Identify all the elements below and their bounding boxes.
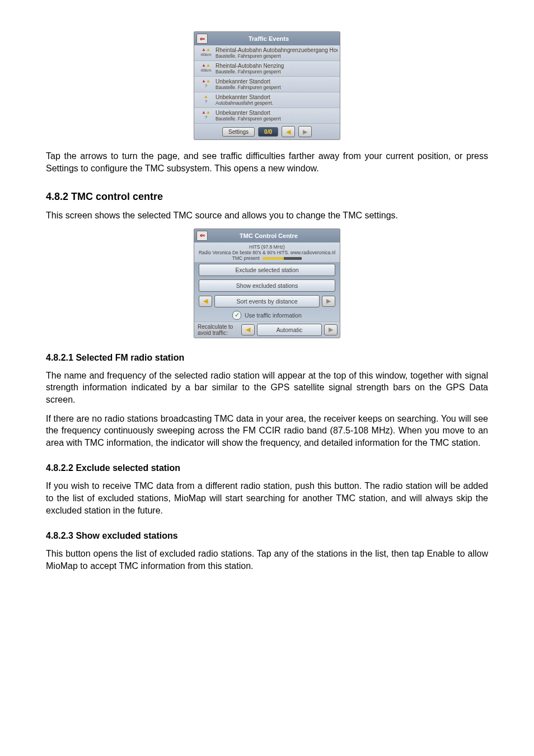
recalc-next-icon[interactable]: ▶ — [324, 324, 338, 335]
station-info: HITS (97.8 MHz) Radio Veronica De beste … — [194, 242, 340, 262]
sort-events-button[interactable]: Sort events by distance — [214, 295, 320, 307]
traffic-events-titlebar: ⇐ Traffic Events — [194, 32, 340, 45]
back-icon[interactable]: ⇐ — [196, 231, 208, 241]
button-row: Exclude selected station — [194, 262, 340, 278]
triangle-warning-icon: ▲ — [202, 110, 206, 115]
traffic-event-row[interactable]: ▲▲ 48km Rheintal-Autobahn Nenzing Bauste… — [194, 60, 340, 76]
event-subtitle: Baustelle. Fahrspuren gesperrt — [216, 116, 338, 122]
event-text: Rheintal-Autobahn Nenzing Baustelle. Fah… — [216, 63, 338, 74]
triangle-warning-icon: ▲ — [202, 48, 206, 52]
event-text: Unbekannter Standort Baustelle. Fahrspur… — [216, 78, 338, 90]
recalc-value-button[interactable]: Automatic — [257, 324, 322, 336]
triangle-warning-icon: ▲ — [202, 79, 206, 83]
sort-next-icon[interactable]: ▶ — [322, 296, 335, 307]
screenshot-traffic-events: ⇐ Traffic Events ▲▲ 46km Rheintal-Autoba… — [194, 31, 340, 140]
traffic-event-row[interactable]: ▲▲ ? Unbekannter Standort Baustelle. Fah… — [194, 108, 340, 123]
use-traffic-label: Use traffic information — [245, 312, 302, 319]
screenshot-tmc-control: ⇐ TMC Control Centre HITS (97.8 MHz) Rad… — [194, 228, 340, 338]
event-distance: 46km — [200, 52, 212, 57]
event-title: Rheintal-Autobahn Autobahngrenzuebergang… — [216, 47, 338, 53]
event-title: Unbekannter Standort — [216, 110, 338, 116]
paragraph: The name and frequency of the selected r… — [46, 370, 488, 406]
page-counter: 0/0 — [258, 127, 278, 137]
sort-prev-icon[interactable]: ◀ — [199, 296, 212, 307]
event-distance: ? — [205, 83, 207, 88]
tmc-present-row: TMC present — [196, 255, 338, 261]
signal-bar-icon — [263, 257, 302, 260]
traffic-event-row[interactable]: ▲▲ ? Unbekannter Standort Baustelle. Fah… — [194, 76, 340, 92]
event-title: Unbekannter Standort — [216, 94, 338, 100]
recalculate-row: Recalculate to avoid traffic: ◀ Automati… — [194, 321, 340, 338]
event-icons: ▲▲ 46km — [196, 47, 216, 57]
triangle-warning-icon: ▲ — [202, 63, 206, 68]
event-icons: ▲▲ ? — [196, 78, 216, 88]
screenshot-tmc-control-wrap: ⇐ TMC Control Centre HITS (97.8 MHz) Rad… — [46, 228, 488, 338]
show-excluded-button[interactable]: Show excluded stations — [199, 279, 335, 292]
sort-events-row: ◀ Sort events by distance ▶ — [194, 293, 340, 309]
prev-page-icon[interactable]: ◀ — [282, 126, 295, 137]
settings-button[interactable]: Settings — [222, 127, 255, 137]
station-freq: HITS (97.8 MHz) — [196, 244, 338, 250]
back-icon[interactable]: ⇐ — [196, 34, 208, 44]
use-traffic-row[interactable]: ✓ Use traffic information — [194, 309, 340, 321]
event-subtitle: Autobahnausfahrt gesperrt. — [216, 100, 338, 106]
event-icons: ▲▲ 48km — [196, 63, 216, 73]
event-title: Unbekannter Standort — [216, 78, 338, 85]
event-subtitle: Baustelle. Fahrspuren gesperrt — [216, 53, 338, 59]
tmc-titlebar: ⇐ TMC Control Centre — [194, 229, 340, 242]
next-page-icon[interactable]: ▶ — [298, 126, 312, 137]
event-icons: ▲ ? — [196, 94, 216, 104]
recalc-label: Recalculate to avoid traffic: — [196, 324, 241, 336]
traffic-events-footer: Settings 0/0 ◀ ▶ — [194, 123, 340, 139]
triangle-warning-icon: ▲ — [204, 95, 208, 99]
heading-4-8-2-1: 4.8.2.1 Selected FM radio station — [46, 353, 488, 363]
recalc-prev-icon[interactable]: ◀ — [241, 324, 255, 335]
event-text: Rheintal-Autobahn Autobahngrenzuebergang… — [216, 47, 338, 59]
triangle-warning-icon: ▲ — [206, 63, 210, 68]
paragraph: If you wish to receive TMC data from a d… — [46, 480, 488, 516]
event-distance: ? — [205, 115, 207, 120]
event-distance: 48km — [200, 68, 212, 73]
document-page: ⇐ Traffic Events ▲▲ 46km Rheintal-Autoba… — [0, 0, 534, 612]
button-row: Show excluded stations — [194, 278, 340, 293]
heading-4-8-2: 4.8.2 TMC control centre — [46, 191, 488, 203]
paragraph: Tap the arrows to turn the page, and see… — [46, 150, 488, 174]
exclude-selected-button[interactable]: Exclude selected station — [199, 264, 335, 276]
paragraph: This screen shows the selected TMC sourc… — [46, 209, 488, 222]
traffic-event-row[interactable]: ▲ ? Unbekannter Standort Autobahnausfahr… — [194, 92, 340, 108]
event-text: Unbekannter Standort Baustelle. Fahrspur… — [216, 110, 338, 122]
triangle-warning-icon: ▲ — [206, 48, 210, 52]
heading-4-8-2-2: 4.8.2.2 Exclude selected station — [46, 463, 488, 473]
triangle-warning-icon: ▲ — [206, 110, 210, 115]
paragraph: If there are no radio stations broadcast… — [46, 413, 488, 449]
heading-4-8-2-3: 4.8.2.3 Show excluded stations — [46, 531, 488, 541]
station-desc: Radio Veronica De beste 80's & 90's HITS… — [196, 250, 338, 255]
event-distance: ? — [205, 99, 207, 104]
event-subtitle: Baustelle. Fahrspuren gesperrt — [216, 85, 338, 90]
paragraph: This button opens the list of excluded r… — [46, 548, 488, 572]
event-subtitle: Baustelle. Fahrspuren gesperrt — [216, 69, 338, 74]
traffic-event-row[interactable]: ▲▲ 46km Rheintal-Autobahn Autobahngrenzu… — [194, 45, 340, 60]
tmc-title: TMC Control Centre — [211, 232, 326, 239]
check-icon: ✓ — [232, 311, 241, 320]
triangle-warning-icon: ▲ — [206, 79, 210, 83]
event-text: Unbekannter Standort Autobahnausfahrt ge… — [216, 94, 338, 106]
tmc-present-label: TMC present — [232, 255, 260, 261]
event-title: Rheintal-Autobahn Nenzing — [216, 63, 338, 69]
screenshot-traffic-events-wrap: ⇐ Traffic Events ▲▲ 46km Rheintal-Autoba… — [46, 31, 488, 140]
event-icons: ▲▲ ? — [196, 110, 216, 120]
traffic-events-title: Traffic Events — [211, 35, 326, 42]
